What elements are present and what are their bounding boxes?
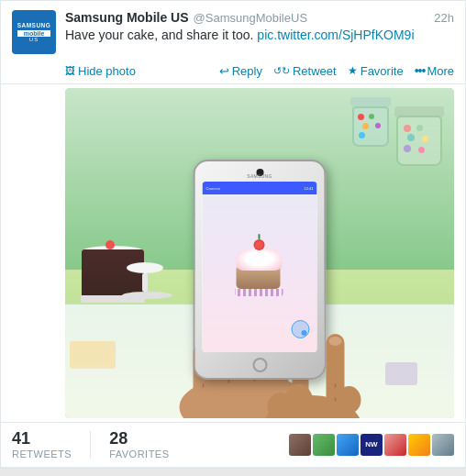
svg-point-14 <box>329 337 342 346</box>
svg-point-13 <box>338 386 361 414</box>
retweeters-avatars: NW <box>289 434 454 456</box>
retweets-label: RETWEETS <box>12 448 72 459</box>
retweeter-avatar-4[interactable]: NW <box>361 434 383 456</box>
tweet-stats: 41 RETWEETS 28 FAVORITES NW <box>1 423 465 468</box>
more-button[interactable]: ••• More <box>415 63 454 78</box>
ellipsis-icon: ••• <box>415 63 426 78</box>
retweeter-avatar-2[interactable] <box>313 434 335 456</box>
image-icon: 🖼 <box>65 65 75 76</box>
favorites-count: 28 <box>109 430 128 448</box>
retweet-icon: ↺↻ <box>273 65 290 77</box>
tweet-image[interactable]: SAMSUNG Camera 12:41 <box>65 88 454 418</box>
bg-item <box>70 341 116 369</box>
reply-icon: ↩ <box>219 64 229 78</box>
user-handle[interactable]: @SamsungMobileUS <box>194 11 307 25</box>
candy-jar <box>394 106 445 166</box>
username[interactable]: Samsung Mobile US <box>65 10 189 25</box>
stats-divider <box>90 431 91 459</box>
star-icon: ★ <box>348 64 358 77</box>
retweeter-avatar-3[interactable] <box>337 434 359 456</box>
tweet-text: Have your cake, and share it too. pic.tw… <box>65 27 454 45</box>
retweet-button[interactable]: ↺↻ Retweet <box>273 64 337 78</box>
avatar[interactable]: SAMSUNG mobile US <box>12 10 56 54</box>
phone: SAMSUNG Camera 12:41 <box>194 160 327 380</box>
hide-photo-button[interactable]: 🖼 Hide photo <box>65 64 136 78</box>
tweet-body: Samsung Mobile US @SamsungMobileUS 22h H… <box>65 10 454 45</box>
candy-jar-2 <box>350 97 392 148</box>
bg-item-2 <box>385 362 417 385</box>
retweeter-avatar-6[interactable] <box>408 434 430 456</box>
tweet-actions-row: 🖼 Hide photo ↩ Reply ↺↻ Retweet ★ Favori… <box>1 60 465 84</box>
retweeter-avatar-7[interactable] <box>432 434 454 456</box>
favorites-label: FAVORITES <box>109 448 169 459</box>
retweeter-avatar-1[interactable] <box>289 434 311 456</box>
retweets-count: 41 <box>12 430 30 448</box>
retweets-stat[interactable]: 41 RETWEETS <box>12 430 72 459</box>
tweet-link[interactable]: pic.twitter.com/SjHPfKOM9i <box>257 28 414 42</box>
favorite-button[interactable]: ★ Favorite <box>348 64 404 78</box>
tweet-header: SAMSUNG mobile US Samsung Mobile US @Sam… <box>1 1 465 60</box>
retweeter-avatar-5[interactable] <box>384 434 406 456</box>
reply-button[interactable]: ↩ Reply <box>219 64 262 78</box>
tweet-image-container: SAMSUNG Camera 12:41 <box>1 84 465 423</box>
tweet-time: 22h <box>434 11 454 25</box>
favorites-stat[interactable]: 28 FAVORITES <box>109 430 169 459</box>
tweet-card: SAMSUNG mobile US Samsung Mobile US @Sam… <box>0 0 466 469</box>
tweet-action-buttons: ↩ Reply ↺↻ Retweet ★ Favorite ••• More <box>219 63 454 78</box>
